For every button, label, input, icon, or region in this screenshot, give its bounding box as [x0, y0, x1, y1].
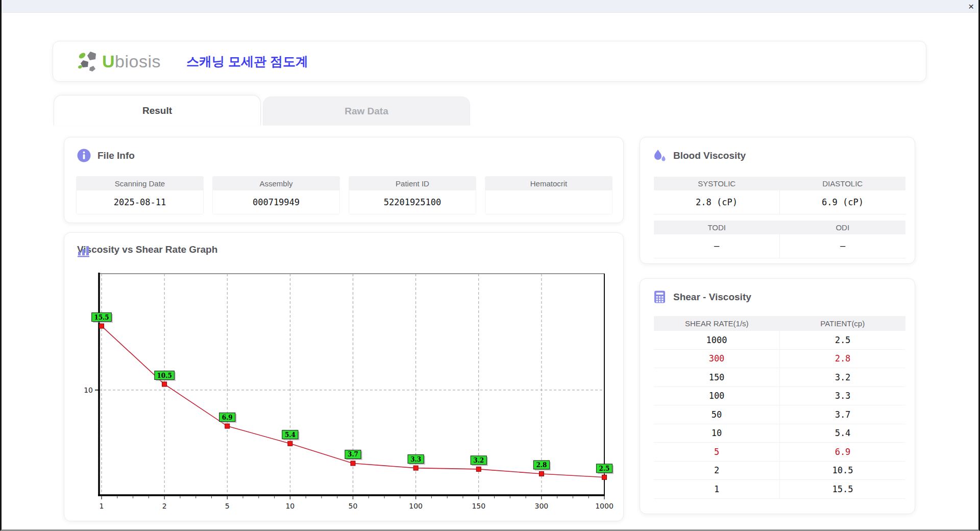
table-row: 115.5 [654, 480, 905, 499]
chart-x-tick-label: 150 [472, 502, 485, 510]
chart-x-tick-label: 5 [225, 502, 230, 510]
patient-viscosity-cell: 3.2 [780, 368, 905, 387]
metric-value: – [780, 234, 905, 258]
viscosity-graph-card: Viscosity vs Shear Rate Graph 1012510501… [64, 232, 624, 521]
window-title-bar: × [0, 0, 980, 13]
shear-rate-cell: 10 [654, 424, 780, 443]
calculator-icon [653, 290, 667, 304]
table-row: 56.9 [654, 443, 905, 462]
metric-label: ODI [780, 221, 906, 234]
table-row: 3002.8 [654, 350, 905, 369]
app-window: × Ubiosis 스캐닝 모세관 점도계 Result Raw Data [0, 0, 980, 531]
shear-rate-cell: 1000 [654, 331, 780, 349]
tab-bar: Result Raw Data [54, 95, 470, 126]
shear-rate-cell: 1 [654, 480, 780, 498]
shear-table-header: SHEAR RATE(1/s) PATIENT(cp) [654, 316, 905, 331]
file-info-field: Assembly000719949 [212, 176, 340, 214]
metric-label: DIASTOLIC [780, 177, 906, 190]
tab-raw-data[interactable]: Raw Data [263, 96, 470, 126]
chart-marker [413, 466, 418, 470]
chart-marker [162, 382, 167, 387]
metric-header-row: TODIODI [654, 221, 905, 234]
patient-viscosity-cell: 2.8 [780, 350, 905, 368]
info-icon [77, 149, 91, 162]
chart-marker [602, 475, 607, 479]
patient-viscosity-cell: 6.9 [780, 443, 905, 461]
shear-rate-cell: 2 [654, 462, 780, 480]
field-value [485, 190, 612, 214]
logo-wordmark: Ubiosis [102, 52, 161, 71]
shear-rate-cell: 5 [654, 443, 780, 461]
app-header-card: Ubiosis 스캐닝 모세관 점도계 [53, 41, 926, 82]
chart-point-label: 5.4 [285, 431, 296, 439]
chart-point-label: 3.3 [410, 456, 421, 463]
patient-column-header: PATIENT(cp) [780, 316, 906, 331]
field-value: 52201925100 [349, 190, 476, 214]
field-label: Scanning Date [77, 177, 203, 190]
chart-x-tick-label: 300 [535, 502, 549, 510]
metric-value-row: –– [654, 234, 905, 258]
shear-rate-cell: 150 [654, 368, 780, 387]
ubiosis-logo-icon [77, 50, 100, 73]
close-icon[interactable]: × [968, 0, 974, 13]
chart-x-tick-label: 10 [285, 502, 295, 510]
patient-viscosity-cell: 2.5 [780, 331, 905, 349]
file-info-field: Patient ID52201925100 [349, 176, 476, 214]
patient-viscosity-cell: 3.7 [780, 405, 905, 424]
chart-marker [225, 424, 230, 428]
metric-value: 2.8 (cP) [654, 190, 780, 214]
chart-point-label: 10.5 [157, 372, 172, 379]
droplet-icon [653, 149, 667, 162]
chart-marker [476, 467, 481, 471]
shear-viscosity-card: Shear - Viscosity SHEAR RATE(1/s) PATIEN… [640, 278, 915, 514]
field-label: Patient ID [349, 177, 476, 190]
chart-marker [100, 324, 104, 328]
table-row: 210.5 [654, 462, 905, 480]
file-info-fields: Scanning Date2025-08-11Assembly000719949… [76, 176, 612, 214]
chart-x-tick-label: 100 [409, 502, 423, 510]
metric-label: SYSTOLIC [654, 177, 780, 190]
metric-header-row: SYSTOLICDIASTOLIC [654, 177, 905, 190]
chart-marker [288, 441, 292, 446]
chart-marker [351, 461, 355, 466]
ubiosis-logo: Ubiosis [77, 50, 161, 73]
chart-x-tick-label: 50 [349, 502, 358, 510]
file-info-card: File Info Scanning Date2025-08-11Assembl… [64, 137, 624, 223]
blood-viscosity-metric-row: SYSTOLICDIASTOLIC2.8 (cP)6.9 (cP) [654, 177, 905, 214]
field-value: 2025-08-11 [77, 190, 203, 214]
chart-point-label: 3.2 [473, 457, 484, 464]
patient-viscosity-cell: 15.5 [780, 480, 905, 498]
table-row: 1503.2 [654, 368, 905, 387]
logo-letter-u: U [102, 52, 115, 71]
app-title: 스캐닝 모세관 점도계 [186, 53, 308, 70]
metric-value-row: 2.8 (cP)6.9 (cP) [654, 190, 905, 214]
field-label: Hematocrit [485, 177, 612, 190]
shear-rate-cell: 50 [654, 405, 780, 424]
table-row: 10002.5 [654, 331, 905, 350]
metric-label: TODI [654, 221, 780, 234]
logo-word-rest: biosis [115, 52, 161, 71]
chart-marker [539, 471, 544, 476]
blood-viscosity-metric-row: TODIODI–– [654, 221, 905, 258]
blood-viscosity-title: Blood Viscosity [673, 150, 746, 161]
chart-point-label: 15.5 [94, 314, 109, 321]
file-info-field: Scanning Date2025-08-11 [76, 176, 204, 214]
shear-viscosity-title: Shear - Viscosity [673, 292, 751, 303]
metric-value: 6.9 (cP) [780, 190, 905, 214]
chart-x-tick-label: 1000 [595, 502, 614, 510]
shear-viscosity-table: SHEAR RATE(1/s) PATIENT(cp) 10002.53002.… [654, 316, 905, 499]
chart-x-tick-label: 1 [100, 502, 104, 510]
chart-point-label: 3.7 [348, 451, 358, 458]
chart-point-label: 6.9 [222, 414, 233, 421]
table-row: 503.7 [654, 405, 905, 424]
shear-rate-cell: 100 [654, 387, 780, 405]
patient-viscosity-cell: 10.5 [780, 462, 905, 480]
file-info-title: File Info [97, 150, 135, 161]
tab-result[interactable]: Result [54, 95, 261, 126]
patient-viscosity-cell: 3.3 [780, 387, 905, 405]
chart-point-label: 2.5 [599, 465, 610, 472]
patient-viscosity-cell: 5.4 [780, 424, 905, 443]
metric-value: – [654, 234, 780, 258]
viscosity-shear-chart: 101251050100150300100015.510.56.95.43.73… [64, 233, 624, 522]
field-value: 000719949 [213, 190, 339, 214]
